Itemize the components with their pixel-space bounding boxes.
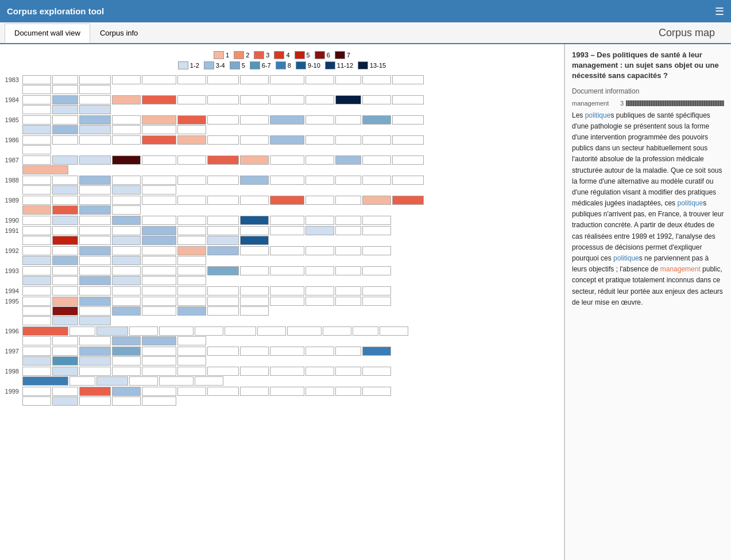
list-item[interactable] xyxy=(142,347,176,356)
list-item[interactable] xyxy=(112,347,141,356)
list-item[interactable] xyxy=(22,165,68,174)
list-item[interactable] xyxy=(270,297,304,306)
list-item[interactable] xyxy=(52,155,78,165)
list-item[interactable] xyxy=(112,185,141,195)
list-item[interactable] xyxy=(52,226,78,235)
list-item[interactable] xyxy=(112,176,141,185)
list-item[interactable] xyxy=(79,95,111,104)
list-item[interactable] xyxy=(270,347,304,356)
list-item[interactable] xyxy=(142,306,176,316)
list-item[interactable] xyxy=(270,155,304,165)
list-item[interactable] xyxy=(52,286,78,295)
list-item[interactable] xyxy=(142,256,176,265)
list-item[interactable] xyxy=(177,286,206,295)
list-item[interactable] xyxy=(362,266,391,275)
list-item[interactable] xyxy=(112,367,141,376)
list-item[interactable] xyxy=(305,115,334,125)
list-item[interactable] xyxy=(22,367,51,376)
list-item[interactable] xyxy=(22,216,51,225)
list-item[interactable] xyxy=(177,196,206,205)
list-item[interactable] xyxy=(270,196,304,205)
list-item[interactable] xyxy=(52,176,78,185)
list-item[interactable] xyxy=(305,246,334,255)
list-item[interactable] xyxy=(142,95,176,104)
list-item[interactable] xyxy=(362,75,391,84)
list-item[interactable] xyxy=(112,256,141,265)
list-item[interactable] xyxy=(79,236,111,245)
list-item[interactable] xyxy=(207,347,239,356)
list-item[interactable] xyxy=(112,236,141,245)
list-item[interactable] xyxy=(362,246,391,255)
list-item[interactable] xyxy=(22,297,51,306)
list-item[interactable] xyxy=(240,155,269,165)
list-item[interactable] xyxy=(207,246,239,255)
list-item[interactable] xyxy=(362,226,391,235)
list-item[interactable] xyxy=(177,226,206,235)
list-item[interactable] xyxy=(305,216,334,225)
list-item[interactable] xyxy=(52,196,78,205)
list-item[interactable] xyxy=(112,286,141,295)
list-item[interactable] xyxy=(52,85,78,94)
list-item[interactable] xyxy=(22,396,51,406)
list-item[interactable] xyxy=(177,336,206,345)
list-item[interactable] xyxy=(112,155,141,165)
menu-icon[interactable]: ☰ xyxy=(715,5,724,18)
list-item[interactable] xyxy=(207,387,239,396)
list-item[interactable] xyxy=(79,125,111,134)
list-item[interactable] xyxy=(112,266,141,275)
list-item[interactable] xyxy=(79,266,111,275)
left-panel[interactable]: 1 2 3 4 5 xyxy=(0,44,564,560)
list-item[interactable] xyxy=(392,176,424,185)
list-item[interactable] xyxy=(142,297,176,306)
list-item[interactable] xyxy=(112,396,141,406)
list-item[interactable] xyxy=(79,256,111,265)
list-item[interactable] xyxy=(142,356,176,365)
list-item[interactable] xyxy=(22,326,68,336)
list-item[interactable] xyxy=(79,226,111,235)
list-item[interactable] xyxy=(142,135,176,145)
list-item[interactable] xyxy=(142,176,176,185)
list-item[interactable] xyxy=(142,155,176,165)
list-item[interactable] xyxy=(96,376,128,386)
list-item[interactable] xyxy=(335,387,361,396)
list-item[interactable] xyxy=(270,75,304,84)
list-item[interactable] xyxy=(177,236,206,245)
list-item[interactable] xyxy=(207,176,239,185)
list-item[interactable] xyxy=(52,246,78,255)
list-item[interactable] xyxy=(240,297,269,306)
list-item[interactable] xyxy=(142,336,176,345)
list-item[interactable] xyxy=(380,326,408,336)
list-item[interactable] xyxy=(305,347,334,356)
list-item[interactable] xyxy=(52,356,78,365)
list-item[interactable] xyxy=(142,246,176,255)
list-item[interactable] xyxy=(79,176,111,185)
list-item[interactable] xyxy=(177,387,206,396)
list-item[interactable] xyxy=(353,326,378,336)
list-item[interactable] xyxy=(22,376,68,386)
tab-document-wall[interactable]: Document wall view xyxy=(5,24,90,43)
list-item[interactable] xyxy=(207,306,239,316)
list-item[interactable] xyxy=(362,387,391,396)
list-item[interactable] xyxy=(112,115,141,125)
list-item[interactable] xyxy=(52,306,78,316)
list-item[interactable] xyxy=(362,297,391,306)
list-item[interactable] xyxy=(96,326,128,336)
list-item[interactable] xyxy=(129,376,158,386)
list-item[interactable] xyxy=(142,367,176,376)
list-item[interactable] xyxy=(207,196,239,205)
list-item[interactable] xyxy=(195,376,223,386)
list-item[interactable] xyxy=(52,185,78,195)
list-item[interactable] xyxy=(52,387,78,396)
list-item[interactable] xyxy=(177,367,206,376)
list-item[interactable] xyxy=(335,286,361,295)
list-item[interactable] xyxy=(335,246,361,255)
list-item[interactable] xyxy=(22,95,51,104)
list-item[interactable] xyxy=(79,216,111,225)
list-item[interactable] xyxy=(177,115,206,125)
list-item[interactable] xyxy=(22,276,51,285)
list-item[interactable] xyxy=(392,115,424,125)
list-item[interactable] xyxy=(305,176,334,185)
list-item[interactable] xyxy=(112,75,141,84)
list-item[interactable] xyxy=(177,75,206,84)
list-item[interactable] xyxy=(79,396,111,406)
